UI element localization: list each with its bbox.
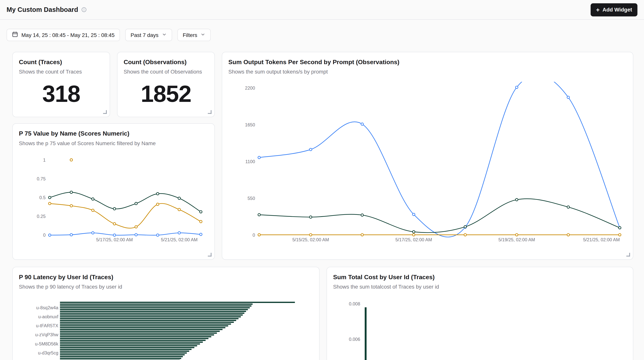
top-bar: My Custom Dashboard + Add Widget bbox=[0, 0, 644, 20]
svg-text:u-5M8D56k: u-5M8D56k bbox=[35, 341, 58, 346]
svg-text:u-zVqP3hw: u-zVqP3hw bbox=[35, 332, 58, 337]
resize-handle[interactable] bbox=[208, 110, 212, 114]
widget-p75-scores: P 75 Value by Name (Scores Numeric) Show… bbox=[12, 123, 215, 260]
svg-text:2200: 2200 bbox=[245, 86, 255, 91]
svg-text:u-d3qr5cg: u-d3qr5cg bbox=[38, 350, 58, 355]
calendar-icon bbox=[12, 31, 18, 39]
svg-text:5/17/25, 02:00 AM: 5/17/25, 02:00 AM bbox=[396, 237, 432, 242]
widget-title: P 75 Value by Name (Scores Numeric) bbox=[19, 130, 208, 137]
metric-value: 1852 bbox=[118, 82, 214, 106]
svg-text:5/21/25, 02:00 AM: 5/21/25, 02:00 AM bbox=[161, 237, 198, 242]
widget-tokens-per-second: Sum Output Tokens Per Second by Prompt (… bbox=[222, 52, 633, 260]
dashboard-page: My Custom Dashboard + Add Widget bbox=[0, 0, 644, 360]
add-widget-button[interactable]: + Add Widget bbox=[590, 3, 637, 16]
svg-text:1: 1 bbox=[43, 158, 46, 163]
page-title-group: My Custom Dashboard bbox=[6, 6, 87, 14]
svg-text:5/15/25, 02:00 AM: 5/15/25, 02:00 AM bbox=[292, 237, 329, 242]
svg-text:0: 0 bbox=[252, 233, 255, 238]
svg-text:0.25: 0.25 bbox=[37, 214, 46, 219]
svg-text:1100: 1100 bbox=[245, 159, 255, 164]
tokens-line-chart: 05501100165022005/15/25, 02:00 AM5/17/25… bbox=[228, 82, 631, 247]
p75-line-chart: 00.250.50.7515/17/25, 02:00 AM5/21/25, 0… bbox=[18, 155, 210, 247]
resize-handle[interactable] bbox=[208, 253, 212, 256]
widget-subtitle: Shows the p 90 latency of Traces by user… bbox=[19, 284, 313, 290]
svg-text:0.5: 0.5 bbox=[39, 195, 46, 200]
date-range-button[interactable]: May 14, 25 : 08:45 - May 21, 25 : 08:45 bbox=[6, 29, 120, 41]
date-preset-label: Past 7 days bbox=[130, 32, 158, 38]
widget-subtitle: Shows the count of Traces bbox=[19, 69, 103, 75]
widget-p90-latency: P 90 Latency by User Id (Traces) Shows t… bbox=[12, 267, 320, 360]
widget-count-traces: Count (Traces) Shows the count of Traces… bbox=[12, 52, 110, 117]
p90-bar-chart: u-8sq2w4au-aobnuxfu-tFAR5TXu-zVqP3hwu-5M… bbox=[18, 298, 313, 360]
svg-text:5/21/25, 02:00 AM: 5/21/25, 02:00 AM bbox=[583, 237, 620, 242]
widget-title: Sum Output Tokens Per Second by Prompt (… bbox=[228, 58, 626, 65]
date-range-label: May 14, 25 : 08:45 - May 21, 25 : 08:45 bbox=[22, 32, 114, 38]
chevron-down-icon bbox=[162, 32, 167, 38]
metric-value: 318 bbox=[13, 82, 110, 106]
plus-icon: + bbox=[596, 7, 600, 13]
svg-text:550: 550 bbox=[248, 196, 255, 201]
widget-total-cost: Sum Total Cost by User Id (Traces) Shows… bbox=[326, 267, 634, 360]
chevron-down-icon bbox=[200, 32, 206, 38]
toolbar: May 14, 25 : 08:45 - May 21, 25 : 08:45 … bbox=[6, 29, 637, 41]
svg-text:5/17/25, 02:00 AM: 5/17/25, 02:00 AM bbox=[96, 237, 133, 242]
add-widget-label: Add Widget bbox=[602, 7, 632, 13]
svg-text:u-aobnuxf: u-aobnuxf bbox=[38, 314, 58, 319]
cost-bar-chart: 0.0080.0060.0040.0020 bbox=[333, 296, 629, 360]
widget-subtitle: Shows the sum output tokens/s by prompt bbox=[228, 69, 626, 75]
svg-text:0.75: 0.75 bbox=[37, 176, 46, 181]
widget-count-observations: Count (Observations) Shows the count of … bbox=[117, 52, 215, 117]
widget-title: Sum Total Cost by User Id (Traces) bbox=[333, 273, 626, 280]
date-preset-dropdown[interactable]: Past 7 days bbox=[125, 29, 172, 41]
resize-handle[interactable] bbox=[103, 110, 107, 114]
widget-subtitle: Shows the count of Observations bbox=[124, 69, 208, 75]
svg-text:1650: 1650 bbox=[245, 122, 255, 127]
widget-subtitle: Shows the sum totalcost of Traces by use… bbox=[333, 284, 626, 290]
svg-text:u-tFAR5TX: u-tFAR5TX bbox=[36, 323, 58, 328]
widget-title: Count (Observations) bbox=[124, 58, 208, 65]
svg-text:u-8sq2w4a: u-8sq2w4a bbox=[36, 305, 58, 310]
svg-text:0.008: 0.008 bbox=[349, 301, 360, 306]
widget-subtitle: Shows the p 75 value of Scores Numeric f… bbox=[19, 140, 208, 146]
svg-text:5/19/25, 02:00 AM: 5/19/25, 02:00 AM bbox=[498, 237, 535, 242]
svg-text:0: 0 bbox=[43, 233, 46, 238]
page-title: My Custom Dashboard bbox=[6, 6, 78, 14]
widget-title: P 90 Latency by User Id (Traces) bbox=[19, 273, 313, 280]
filters-label: Filters bbox=[183, 32, 197, 38]
resize-handle[interactable] bbox=[626, 253, 630, 256]
filters-dropdown[interactable]: Filters bbox=[177, 29, 211, 41]
widget-title: Count (Traces) bbox=[19, 58, 103, 65]
info-icon[interactable] bbox=[82, 7, 87, 12]
svg-text:0.006: 0.006 bbox=[349, 337, 360, 342]
